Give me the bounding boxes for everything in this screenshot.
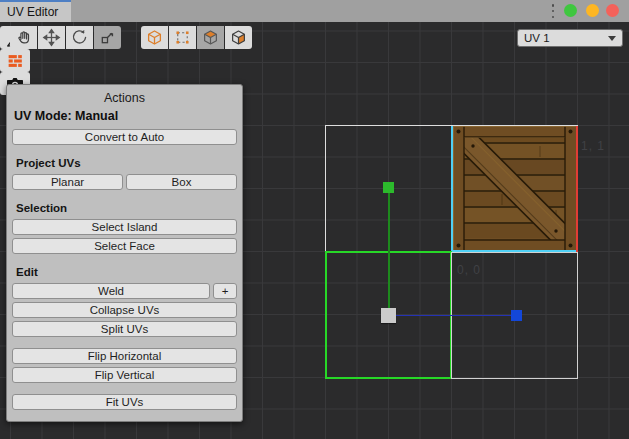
- vertex-mode-button[interactable]: [141, 26, 168, 49]
- uv-mode-label: UV Mode: Manual: [14, 109, 237, 123]
- panel-title: Actions: [12, 91, 237, 105]
- hand-icon: [14, 28, 33, 47]
- bricks-icon: [5, 51, 25, 71]
- project-uvs-label: Project UVs: [16, 157, 237, 169]
- gizmo-center-handle[interactable]: [381, 308, 396, 323]
- weld-options-button[interactable]: +: [213, 283, 237, 299]
- scale-tool-button[interactable]: [94, 26, 121, 49]
- edge-mode-button[interactable]: [169, 26, 196, 49]
- select-island-button[interactable]: Select Island: [12, 219, 237, 235]
- uv-seam-right-red: [576, 125, 579, 252]
- kebab-menu-icon[interactable]: [549, 3, 557, 19]
- texture-preview-button[interactable]: [0, 49, 30, 72]
- rotate-arrow-icon: [70, 28, 89, 47]
- gizmo-y-handle[interactable]: [383, 182, 394, 193]
- yellow-dot-button[interactable]: [586, 4, 599, 17]
- edit-label: Edit: [16, 266, 237, 278]
- chevron-down-icon: [608, 36, 616, 41]
- cube-side-face-icon: [229, 28, 248, 47]
- uv-channel-dropdown[interactable]: UV 1: [517, 29, 623, 47]
- actions-panel: Actions UV Mode: Manual Convert to Auto …: [6, 84, 243, 422]
- gizmo-x-axis-line: [396, 315, 514, 317]
- face-mode-button[interactable]: [197, 26, 224, 49]
- split-uvs-button[interactable]: Split UVs: [12, 321, 237, 337]
- tab-uv-editor[interactable]: UV Editor: [0, 0, 71, 22]
- flip-vertical-button[interactable]: Flip Vertical: [12, 367, 237, 383]
- element-mode-button[interactable]: [225, 26, 252, 49]
- cube-top-face-icon: [201, 28, 220, 47]
- green-dot-button[interactable]: [564, 4, 577, 17]
- crate-texture[interactable]: [452, 125, 577, 252]
- dashed-selection-icon: [173, 28, 192, 47]
- coord-label-origin: 0, 0: [457, 263, 481, 277]
- scale-box-arrow-icon: [98, 28, 117, 47]
- flip-horizontal-button[interactable]: Flip Horizontal: [12, 348, 237, 364]
- toolbar: UV 1: [0, 26, 629, 52]
- selection-label: Selection: [16, 202, 237, 214]
- window-title: UV Editor: [7, 5, 58, 19]
- move-tool-button[interactable]: [38, 26, 65, 49]
- gizmo-y-axis-line: [388, 191, 390, 315]
- red-dot-button[interactable]: [606, 4, 619, 17]
- nav-tool-group: [10, 26, 121, 49]
- planar-button[interactable]: Planar: [12, 174, 123, 190]
- pan-tool-button[interactable]: [10, 26, 37, 49]
- collapse-uvs-button[interactable]: Collapse UVs: [12, 302, 237, 318]
- uv-seam-left-blue: [451, 125, 453, 253]
- convert-to-auto-button[interactable]: Convert to Auto: [12, 129, 237, 145]
- rotate-tool-button[interactable]: [66, 26, 93, 49]
- fit-uvs-button[interactable]: Fit UVs: [12, 394, 237, 410]
- mode-tool-group: [141, 26, 252, 49]
- box-button[interactable]: Box: [126, 174, 237, 190]
- coord-label-unit: 1, 1: [581, 139, 605, 153]
- uv-canvas[interactable]: UV 1: [0, 22, 629, 439]
- move-arrows-icon: [42, 28, 61, 47]
- wireframe-cube-icon: [145, 28, 164, 47]
- titlebar: UV Editor: [0, 0, 629, 22]
- select-face-button[interactable]: Select Face: [12, 238, 237, 254]
- gizmo-x-handle[interactable]: [511, 310, 522, 321]
- weld-button[interactable]: Weld: [12, 283, 210, 299]
- uv-channel-value: UV 1: [524, 32, 550, 44]
- uv-edge-top-gray: [451, 125, 578, 127]
